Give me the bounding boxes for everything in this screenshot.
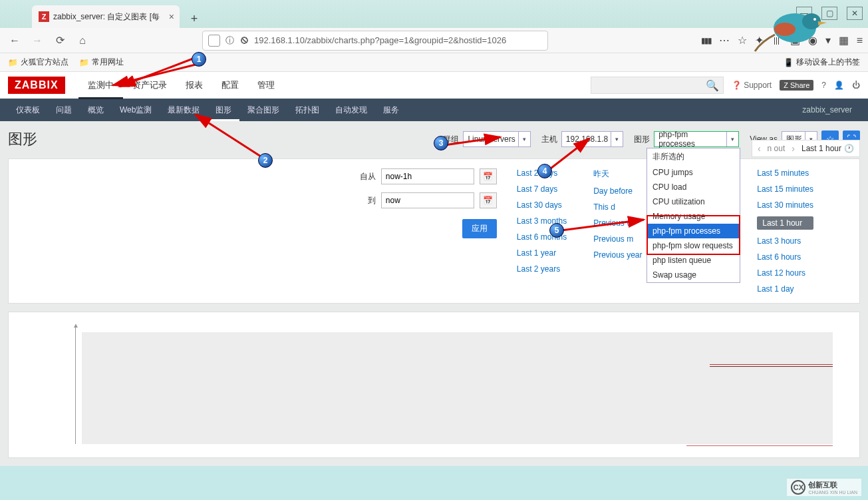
bookmark-item[interactable]: 📁 火狐官方站点 <box>8 57 69 68</box>
dropdown-option[interactable]: CPU utilization <box>647 194 740 209</box>
zoom-next-icon[interactable]: › <box>792 143 795 154</box>
from-input[interactable] <box>381 168 474 184</box>
subnav-overview[interactable]: 概览 <box>80 99 112 121</box>
subnav-problems[interactable]: 问题 <box>48 99 80 121</box>
subnav-dashboard[interactable]: 仪表板 <box>8 99 48 121</box>
hamburger-icon[interactable]: ≡ <box>857 35 863 47</box>
preset-link[interactable]: Last 3 hours <box>757 236 813 246</box>
user-icon[interactable]: 👤 <box>834 81 844 90</box>
power-icon[interactable]: ⏻ <box>852 81 860 90</box>
menu-inventory[interactable]: 资产记录 <box>123 73 176 98</box>
menu-monitoring[interactable]: 监测中 <box>78 73 123 98</box>
subnav-graphs[interactable]: 图形 <box>208 99 239 121</box>
preset-link[interactable]: Previous w <box>593 218 642 228</box>
subnav-discovery[interactable]: 自动发现 <box>327 99 375 121</box>
browser-tab[interactable]: Z zabbix_server: 自定义图表 [每 × <box>32 5 180 28</box>
sidebar-icon[interactable]: ▣ <box>790 34 800 47</box>
preset-link[interactable]: Last 30 days <box>517 200 567 210</box>
connection-icon[interactable]: ⓘ <box>225 35 234 47</box>
current-range[interactable]: Last 1 hour 🕐 <box>801 144 854 153</box>
subnav-maps[interactable]: 拓扑图 <box>287 99 327 121</box>
maximize-icon[interactable]: ▢ <box>821 7 837 20</box>
dropdown-option[interactable]: CPU load <box>647 180 740 194</box>
preset-link[interactable]: 昨天 <box>593 168 642 180</box>
apply-button[interactable]: 应用 <box>462 219 497 238</box>
account-icon[interactable]: ◉ <box>808 34 817 47</box>
reader-icon[interactable]: ▮▮▮ <box>701 36 711 45</box>
subnav-screens[interactable]: 聚合图形 <box>239 99 287 121</box>
preset-link[interactable]: Last 30 minutes <box>757 200 813 210</box>
dropdown-option[interactable]: 非所选的 <box>647 148 740 165</box>
insecure-icon: 🛇 <box>239 35 249 46</box>
support-link[interactable]: ❓ Support <box>732 81 772 90</box>
library-icon[interactable]: ⫼ <box>772 34 782 47</box>
preset-link[interactable]: Last 7 days <box>517 184 567 194</box>
preset-link[interactable]: Last 1 year <box>517 248 567 258</box>
mobile-bookmarks[interactable]: 📱 移动设备上的书签 <box>784 57 860 68</box>
subnav-services[interactable]: 服务 <box>375 99 407 121</box>
tab-close-icon[interactable]: × <box>169 11 174 22</box>
overflow-icon[interactable]: ▦ <box>839 34 849 47</box>
zoom-prev-icon[interactable]: ‹ <box>758 143 761 154</box>
back-button[interactable]: ← <box>5 31 24 50</box>
group-select[interactable]: Linux servers▾ <box>463 131 530 147</box>
menu-config[interactable]: 配置 <box>212 73 248 98</box>
close-window-icon[interactable]: ✕ <box>847 7 863 20</box>
zabbix-header: ZABBIX 监测中 资产记录 报表 配置 管理 🔍 ❓ Support Z S… <box>0 72 868 99</box>
dropdown-option[interactable]: Swap usage <box>647 268 740 282</box>
preset-link[interactable]: Last 6 hours <box>757 252 813 262</box>
calendar-icon[interactable]: 📅 <box>480 168 497 184</box>
extension-icon[interactable]: ✦ <box>755 34 764 47</box>
new-tab-button[interactable]: + <box>185 9 204 28</box>
to-label: 到 <box>368 195 376 206</box>
preset-link-active[interactable]: Last 1 hour <box>757 216 813 230</box>
preset-link[interactable]: Last 5 minutes <box>757 168 813 178</box>
graph-dropdown-open[interactable]: 非所选的 CPU jumps CPU load CPU utilization … <box>647 148 740 283</box>
home-button[interactable]: ⌂ <box>73 31 92 50</box>
preset-link[interactable]: Previous m <box>593 234 642 244</box>
url-bar[interactable]: ⓘ 🛇 192.168.1.10/zabbix/charts.php?page=… <box>202 31 548 51</box>
forward-button[interactable]: → <box>28 31 47 50</box>
search-box[interactable]: 🔍 <box>591 77 724 94</box>
shield-icon[interactable] <box>208 35 220 47</box>
dropdown-option[interactable]: php listen queue <box>647 253 740 268</box>
chevron-down-icon: ▾ <box>726 132 738 146</box>
host-select[interactable]: 192.168.1.8▾ <box>561 131 623 147</box>
minimize-icon[interactable]: — <box>796 7 812 20</box>
bookmark-item[interactable]: 📁 常用网址 <box>79 57 124 68</box>
clock-icon: 🕐 <box>844 144 854 153</box>
preset-link[interactable]: Last 12 hours <box>757 268 813 278</box>
tab-title: zabbix_server: 自定义图表 [每 <box>53 11 160 23</box>
zabbix-logo[interactable]: ZABBIX <box>8 77 65 94</box>
watermark-logo-icon: CX <box>791 480 805 495</box>
annotation-marker-4: 4 <box>537 164 552 178</box>
series-line <box>710 364 833 365</box>
dropdown-option[interactable]: php-fpm slow requests <box>647 238 740 253</box>
preset-link[interactable]: Day before <box>593 186 642 196</box>
preset-link[interactable]: This d <box>593 202 642 212</box>
graph-select[interactable]: php-fpm processes▾ <box>654 131 739 147</box>
menu-admin[interactable]: 管理 <box>248 73 284 98</box>
subnav-latest[interactable]: 最新数据 <box>160 99 208 121</box>
preset-link[interactable]: Last 1 day <box>757 284 813 294</box>
subnav-web[interactable]: Web监测 <box>112 99 160 121</box>
zoom-out-label[interactable]: n out <box>768 144 786 153</box>
share-link[interactable]: Z Share <box>780 80 813 91</box>
reload-button[interactable]: ⟳ <box>51 31 69 50</box>
search-icon: 🔍 <box>706 79 719 92</box>
dropdown-option[interactable]: CPU jumps <box>647 165 740 180</box>
dropdown-option[interactable]: Memory usage <box>647 209 740 224</box>
to-input[interactable] <box>381 192 474 208</box>
calendar-icon[interactable]: 📅 <box>480 192 497 208</box>
preset-link[interactable]: Last 15 minutes <box>757 184 813 194</box>
menu-dots-icon[interactable]: ⋯ <box>719 34 730 47</box>
pocket-icon[interactable]: ▾ <box>825 34 831 47</box>
menu-reports[interactable]: 报表 <box>176 73 212 98</box>
dropdown-option-selected[interactable]: php-fpm processes <box>647 224 740 238</box>
browser-navbar: ← → ⟳ ⌂ ⓘ 🛇 192.168.1.10/zabbix/charts.p… <box>0 28 868 53</box>
help-icon[interactable]: ? <box>821 81 826 90</box>
bookmark-star-icon[interactable]: ☆ <box>738 34 747 47</box>
bookmark-bar: 📁 火狐官方站点 📁 常用网址 📱 移动设备上的书签 <box>0 53 868 72</box>
preset-link[interactable]: Last 2 years <box>517 264 567 274</box>
preset-link[interactable]: Previous year <box>593 250 642 260</box>
